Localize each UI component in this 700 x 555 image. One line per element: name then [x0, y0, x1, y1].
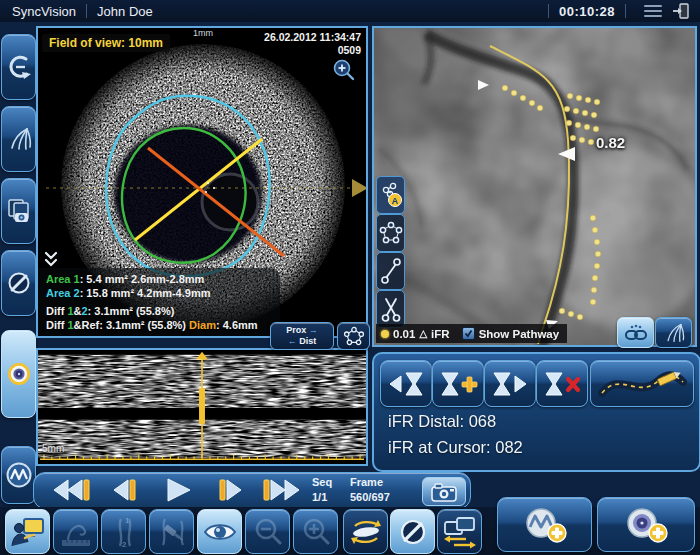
measure-line-icon: [379, 257, 403, 285]
vessel-label-2: 2: [122, 540, 127, 549]
view-eye-button[interactable]: [197, 509, 242, 554]
measure-ruler-button[interactable]: [53, 509, 98, 554]
add-ivus-recording-button[interactable]: [597, 497, 695, 552]
zoom-out-button[interactable]: [245, 509, 290, 554]
measurement-diff12: Diff 1&2: 3.1mm² (55.8%): [46, 305, 272, 319]
a-badge-label: A: [391, 196, 398, 206]
auto-segment-icon: A: [379, 181, 403, 209]
diffref-value: : 3.1mm² (55.8%): [99, 319, 189, 331]
collapse-chevron-icon[interactable]: [42, 250, 62, 270]
ivus-cross-section-panel[interactable]: Field of view: 10mm 1mm 26.02.2012 11:34…: [36, 26, 368, 338]
check-icon: [464, 329, 473, 338]
seq-value: 1/1: [312, 490, 344, 505]
contrast-injection-button[interactable]: [149, 509, 194, 554]
diam-value: : 4.6mm: [216, 319, 258, 331]
add-pressure-recording-icon: [519, 506, 571, 544]
contour-points-icon: [343, 326, 365, 346]
marker-add-button[interactable]: [432, 360, 484, 407]
divider: [625, 4, 626, 18]
ivus-scale-label: 1mm: [193, 28, 213, 38]
measurement-area1: Area 1: 5.4 mm² 2.6mm-2.8mm: [46, 273, 272, 287]
angio-vessel-icon: [663, 322, 685, 344]
add-pressure-recording-button[interactable]: [497, 497, 592, 552]
ifr-metric-label: iFR: [431, 328, 450, 340]
app-title: SyncVision: [12, 4, 76, 19]
measurement-area2: Area 2: 15.8 mm² 4.2mm-4.9mm: [46, 287, 272, 301]
auto-segment-button[interactable]: A: [376, 176, 405, 214]
sidebar-archive-button[interactable]: [1, 178, 36, 244]
ifr-control-panel: iFR Distal: 068 iFR at Cursor: 082: [372, 352, 700, 472]
exit-icon[interactable]: [672, 3, 690, 19]
ivus-longitudinal-panel[interactable]: 5mm: [36, 348, 368, 466]
zoom-out-icon: [252, 516, 284, 548]
frame-counter: Frame 560/697: [350, 475, 414, 505]
show-pathway-checkbox[interactable]: [462, 327, 475, 340]
angio-vessel-icon: [6, 126, 32, 152]
measurement-box: Area 1: 5.4 mm² 2.6mm-2.8mm Area 2: 15.8…: [38, 268, 280, 336]
ifr-cursor-value: 0.82: [596, 134, 625, 151]
frame-id: 0509: [264, 44, 361, 57]
patient-setup-button[interactable]: [5, 509, 50, 554]
sidebar-c-arm-sync-button[interactable]: [1, 34, 36, 100]
bottom-toolbar: 1 2: [0, 507, 700, 555]
angiogram-panel[interactable]: 0.82 A: [372, 26, 697, 347]
sidebar-eclipse-button[interactable]: [1, 250, 36, 316]
vessel-segments-button[interactable]: 1 2: [101, 509, 146, 554]
ivus-transducer-icon: [5, 360, 33, 388]
flip-image-icon: [348, 516, 384, 548]
ifr-dot-icon: [381, 330, 389, 338]
vessel-segments-icon: 1 2: [107, 515, 141, 549]
measure-line-tool-button[interactable]: [376, 252, 405, 290]
measurement-diffref: Diff 1&Ref: 3.1mm² (55.8%) Diam: 4.6mm: [46, 319, 272, 333]
play-button[interactable]: [158, 477, 192, 503]
zoom-in-icon: [300, 516, 332, 548]
cut-tool-button[interactable]: [376, 290, 405, 328]
swap-screens-button[interactable]: [437, 509, 482, 554]
frame-value: 560/697: [350, 490, 414, 505]
divider: [548, 4, 549, 18]
coregistration-link-button[interactable]: [617, 317, 654, 348]
area2-value: : 15.8 mm² 4.2mm-4.9mm: [80, 287, 211, 299]
zoom-in-button[interactable]: [293, 509, 338, 554]
contour-points-tool-button[interactable]: [376, 214, 405, 252]
diff12-prefix: Diff: [46, 305, 67, 317]
flip-image-button[interactable]: [343, 509, 388, 554]
jump-start-button[interactable]: [48, 477, 92, 503]
long-scale-label: 5mm: [42, 443, 64, 454]
ifr-cursor-readout: iFR at Cursor: 082: [388, 438, 523, 457]
angio-status-bar: 0.01 △ iFR Show Pathway: [376, 324, 567, 343]
ifr-step-value: 0.01: [393, 328, 415, 340]
jump-end-button[interactable]: [260, 477, 306, 503]
contour-points-icon: [379, 220, 403, 246]
sidebar-angio-button[interactable]: [1, 106, 36, 172]
marker-delete-button[interactable]: [536, 360, 588, 407]
marker-previous-button[interactable]: [380, 360, 432, 407]
sidebar-ivus-button-active[interactable]: [1, 330, 36, 418]
ivus-eclipse-button[interactable]: [390, 509, 435, 554]
step-forward-button[interactable]: [212, 477, 246, 503]
snapshot-button[interactable]: [422, 477, 466, 506]
angio-view-button[interactable]: [655, 317, 692, 348]
area2-label: Area 2: [46, 287, 80, 299]
marker-add-icon: [438, 369, 478, 399]
longitudinal-image: [38, 350, 366, 464]
step-back-button[interactable]: [104, 477, 138, 503]
session-clock: 00:10:28: [559, 4, 615, 19]
menu-icon[interactable]: [644, 5, 662, 17]
patient-setup-icon: [11, 516, 45, 548]
sidebar-pressure-wave-button[interactable]: [1, 446, 36, 504]
marker-delete-icon: [542, 369, 582, 399]
marker-previous-icon: [387, 369, 425, 399]
edit-pathway-button[interactable]: [590, 360, 694, 407]
measure-ruler-icon: [59, 516, 93, 548]
magnifier-icon[interactable]: [332, 58, 356, 82]
arrow-left-icon: ←: [288, 336, 297, 346]
marker-next-button[interactable]: [484, 360, 536, 407]
area1-label: Area 1: [46, 273, 80, 285]
delta-icon: △: [419, 328, 427, 339]
arrow-right-icon: →: [309, 325, 318, 335]
prox-dist-toggle-button[interactable]: Prox → ← Dist: [270, 322, 334, 350]
scissors-icon: [379, 295, 403, 323]
contour-points-button[interactable]: [337, 322, 370, 350]
diffref-ref: Ref: [81, 319, 99, 331]
